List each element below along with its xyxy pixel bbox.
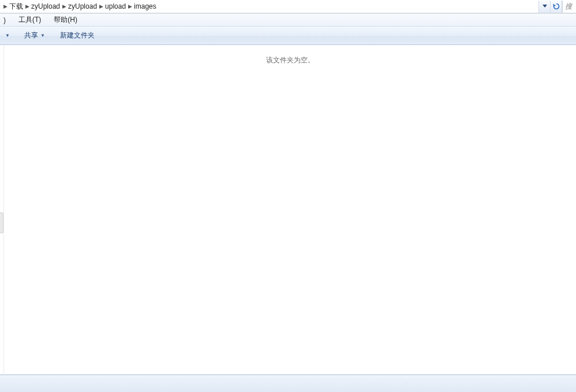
organize-dropdown-icon[interactable]: ▼ [3,33,12,38]
search-input[interactable]: 搜 [562,1,576,13]
new-folder-label: 新建文件夹 [60,31,95,40]
empty-folder-message: 该文件夹为空。 [266,55,315,65]
history-dropdown-button[interactable] [539,1,551,13]
chevron-down-icon: ▼ [40,33,45,38]
share-button[interactable]: 共享 ▼ [22,29,47,42]
refresh-button[interactable] [551,1,562,13]
menu-item-help[interactable]: 帮助(H) [51,14,80,26]
breadcrumb-item[interactable]: zyUpload [67,2,98,10]
share-label: 共享 [24,31,38,40]
breadcrumb-item[interactable]: upload [104,2,127,10]
menu-item-tools[interactable]: 工具(T) [16,14,43,26]
breadcrumb-item[interactable]: images [133,2,158,10]
content-area: 该文件夹为空。 [0,45,576,374]
chevron-right-icon[interactable]: ▶ [98,2,104,11]
address-bar: ▶ 下载 ▶ zyUpload ▶ zyUpload ▶ upload ▶ im… [0,0,576,14]
new-folder-button[interactable]: 新建文件夹 [58,29,97,42]
chevron-right-icon[interactable]: ▶ [127,2,133,11]
status-bar [0,375,576,392]
command-toolbar: ▼ 共享 ▼ 新建文件夹 [0,27,576,45]
chevron-right-icon[interactable]: ▶ [61,2,67,11]
menu-item-fragment[interactable]: ) [1,15,8,25]
cursor-artifact [573,33,575,39]
address-controls: 搜 [539,1,576,13]
folder-view[interactable]: 该文件夹为空。 [3,45,576,374]
chevron-right-icon[interactable]: ▶ [2,2,8,11]
breadcrumb-item[interactable]: 下载 [8,2,24,12]
breadcrumb[interactable]: ▶ 下载 ▶ zyUpload ▶ zyUpload ▶ upload ▶ im… [0,1,539,13]
chevron-right-icon[interactable]: ▶ [24,2,30,11]
menu-bar: ) 工具(T) 帮助(H) [0,14,576,27]
search-placeholder: 搜 [565,2,572,12]
breadcrumb-item[interactable]: zyUpload [30,2,61,10]
